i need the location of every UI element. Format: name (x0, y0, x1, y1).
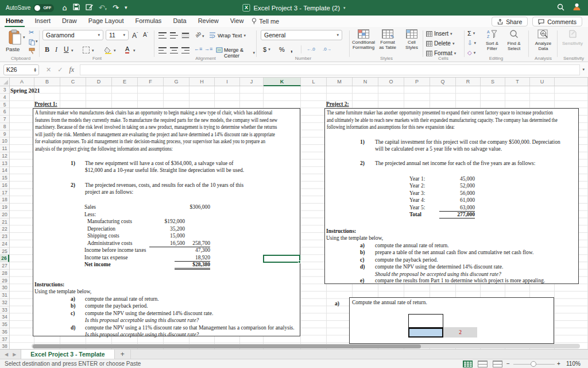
page-break-view-icon[interactable] (493, 361, 502, 367)
column-header-H[interactable]: H (189, 78, 215, 86)
row-header-24[interactable]: 24 (0, 240, 9, 248)
row-header-27[interactable]: 27 (0, 262, 9, 270)
percent-icon[interactable]: % (279, 46, 285, 53)
wrap-text-button[interactable]: Wrap Text▾ (218, 32, 246, 39)
row-header-31[interactable]: 31 (0, 292, 9, 299)
autosave-control[interactable]: AutoSave OFF (6, 4, 54, 12)
conditional-formatting-button[interactable]: ConditionalFormatting (351, 29, 376, 50)
borders-icon[interactable] (83, 47, 90, 53)
orientation-icon[interactable]: ab (194, 30, 202, 39)
column-header-J[interactable]: J (240, 78, 264, 86)
column-header-C[interactable]: C (60, 78, 86, 86)
task-input-cell[interactable] (408, 314, 443, 328)
row-header-13[interactable]: 13 (0, 160, 9, 167)
row-header-3[interactable]: 3 (0, 86, 9, 94)
row-header-21[interactable]: 21 (0, 218, 9, 226)
row-header-12[interactable]: 12 (0, 152, 9, 160)
account-avatar-icon[interactable] (572, 2, 581, 13)
paste-button[interactable] (8, 29, 22, 48)
grid-body[interactable]: 3456789101112131415161718192021222324252… (0, 86, 588, 349)
find-select-button[interactable]: Find &Select (503, 29, 525, 52)
number-format-select[interactable]: General▾ (261, 30, 342, 40)
select-all-corner[interactable] (0, 78, 10, 86)
row-header-9[interactable]: 9 (0, 131, 9, 138)
row-header-18[interactable]: 18 (0, 196, 9, 204)
column-header-blank[interactable] (555, 78, 588, 86)
insert-cells-button[interactable]: Insert▾ (426, 30, 452, 37)
enter-icon[interactable]: ✓ (57, 66, 63, 74)
tab-page-layout[interactable]: Page Layout (83, 16, 130, 27)
row-header-8[interactable]: 8 (0, 123, 9, 131)
fill-icon[interactable]: ⇩ ▾ (467, 40, 476, 46)
row-header-23[interactable]: 23 (0, 233, 9, 240)
row-header-20[interactable]: 20 (0, 211, 9, 218)
tab-data[interactable]: Data (167, 16, 192, 27)
cancel-icon[interactable]: ✕ (46, 66, 51, 74)
decrease-decimal-icon[interactable]: .0→ (323, 47, 331, 52)
font-size-select[interactable]: 11▾ (106, 30, 129, 40)
tab-view[interactable]: View (225, 16, 250, 27)
column-header-A[interactable]: A (10, 78, 34, 86)
row-header-33[interactable]: 33 (0, 306, 9, 314)
row-header-38[interactable]: 38 (0, 343, 9, 349)
fill-handle[interactable] (298, 260, 301, 263)
autosave-toggle[interactable]: OFF (33, 4, 54, 12)
insert-function-icon[interactable]: fx (69, 66, 74, 74)
search-icon[interactable] (557, 3, 564, 13)
column-header-B[interactable]: B (34, 78, 60, 86)
active-cell-k26[interactable] (263, 255, 300, 263)
column-header-D[interactable]: D (86, 78, 112, 86)
cell-styles-button[interactable]: CellStyles (400, 29, 424, 50)
underline-chevron-icon[interactable]: ▾ (71, 48, 74, 53)
column-header-F[interactable]: F (138, 78, 164, 86)
column-header-S[interactable]: S (481, 78, 505, 86)
align-bottom-icon[interactable] (181, 32, 189, 39)
tab-formulas[interactable]: Formulas (130, 16, 168, 27)
font-name-select[interactable]: Garamond▾ (42, 30, 103, 40)
cut-icon[interactable]: ✂ (29, 29, 34, 36)
row-header-35[interactable]: 35 (0, 321, 9, 328)
underline-button[interactable]: U (64, 46, 69, 53)
comments-button[interactable]: Comments (532, 17, 582, 26)
row-header-6[interactable]: 6 (0, 108, 9, 116)
add-sheet-button[interactable]: + (115, 350, 131, 359)
increase-font-icon[interactable]: Aˆ (132, 32, 138, 39)
column-header-G[interactable]: G (164, 78, 189, 86)
increase-indent-icon[interactable]: →≡ (204, 46, 212, 52)
format-as-table-button[interactable]: ✎ Formatas Table (376, 29, 400, 50)
row-header-37[interactable]: 37 (0, 336, 9, 343)
row-header-7[interactable]: 7 (0, 116, 9, 123)
font-color-chevron-icon[interactable]: ▾ (133, 48, 136, 53)
currency-icon[interactable]: $ ▾ (263, 46, 270, 53)
home-icon[interactable]: ⌂ (62, 4, 67, 12)
undo-icon[interactable]: ↶▾ (99, 4, 107, 12)
column-header-O[interactable]: O (378, 78, 404, 86)
row-header-11[interactable]: 11 (0, 145, 9, 152)
column-header-P[interactable]: P (404, 78, 430, 86)
font-color-icon[interactable]: A (125, 45, 129, 53)
analyze-data-button[interactable]: AnalyzeData (531, 29, 555, 52)
column-header-N[interactable]: N (353, 78, 378, 86)
row-header-19[interactable]: 19 (0, 204, 9, 211)
tab-insert[interactable]: Insert (29, 16, 57, 27)
decrease-font-icon[interactable]: Aˇ (143, 32, 148, 38)
prev-sheet-icon[interactable]: ◀ (5, 352, 8, 357)
row-header-5[interactable]: 5 (0, 101, 9, 109)
zoom-out-icon[interactable]: − (506, 361, 510, 367)
column-header-M[interactable]: M (327, 78, 353, 86)
sheet-tab-active[interactable]: Excel Project 3 - Template (21, 350, 114, 359)
fill-color-chevron-icon[interactable]: ▾ (114, 48, 116, 53)
row-header-4[interactable]: 4 (0, 94, 9, 101)
title-chevron-icon[interactable]: ▾ (343, 6, 346, 10)
delete-cells-button[interactable]: Delete▾ (426, 40, 454, 47)
zoom-slider-thumb[interactable] (531, 361, 536, 367)
align-left-icon[interactable] (158, 47, 167, 53)
borders-chevron-icon[interactable]: ▾ (92, 48, 94, 53)
row-header-16[interactable]: 16 (0, 182, 9, 189)
row-header-34[interactable]: 34 (0, 313, 9, 321)
row-header-14[interactable]: 14 (0, 167, 9, 174)
decrease-indent-icon[interactable]: ←≡ (194, 46, 202, 52)
align-right-icon[interactable] (181, 47, 189, 53)
align-center-icon[interactable] (170, 47, 178, 53)
normal-view-icon[interactable] (463, 361, 473, 367)
